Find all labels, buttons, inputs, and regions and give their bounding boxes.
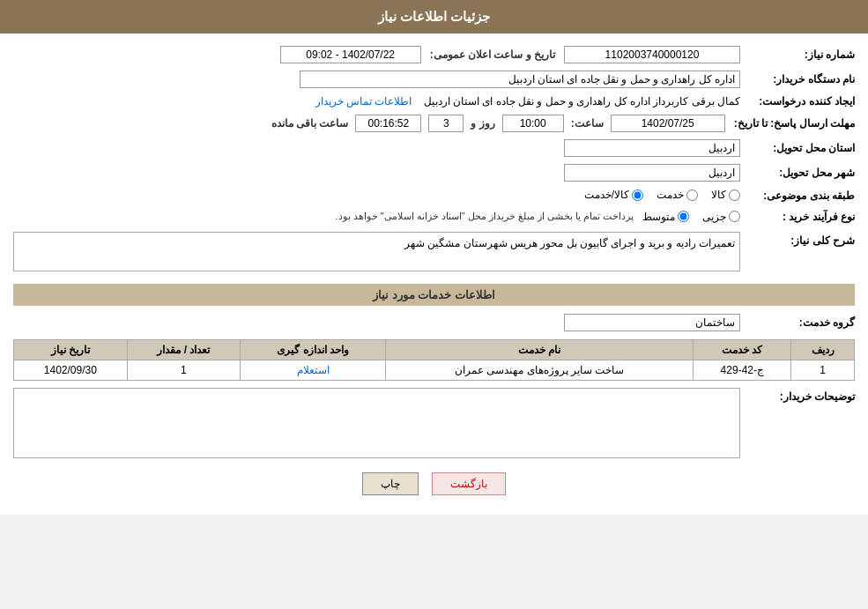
description-label: شرح کلی نیاز: bbox=[740, 232, 855, 247]
purchase-type-radio-group: جزیی متوسط bbox=[642, 211, 740, 223]
radio-kala-label: کالا bbox=[711, 189, 726, 201]
service-group-value-area bbox=[13, 314, 740, 331]
services-section-title: اطلاعات خدمات مورد نیاز bbox=[13, 284, 855, 306]
table-header-row: ردیف کد خدمت نام خدمت واحد اندازه گیری ت… bbox=[14, 339, 855, 360]
purchase-jozei[interactable]: جزیی bbox=[702, 211, 740, 223]
col-row: ردیف bbox=[791, 339, 855, 360]
description-row: شرح کلی نیاز: تعمیرات رادیه و برید و اجر… bbox=[13, 227, 855, 275]
city-label: شهر محل تحویل: bbox=[740, 167, 855, 179]
radio-kala[interactable] bbox=[729, 189, 740, 201]
purchase-type-value-area: جزیی متوسط پرداخت تمام یا بخشی از مبلغ خ… bbox=[13, 211, 740, 223]
creator-row: ایجاد کننده درخواست: کمال برقی کاربرداز … bbox=[13, 92, 855, 111]
col-count: تعداد / مقدار bbox=[127, 339, 241, 360]
category-value-area: کالا خدمت کالا/خدمت bbox=[13, 189, 740, 204]
buyer-org-value-area bbox=[13, 71, 740, 88]
button-row: بازگشت چاپ bbox=[13, 462, 855, 506]
buyer-description-value-area bbox=[13, 388, 740, 458]
print-button[interactable]: چاپ bbox=[362, 472, 419, 495]
remaining-days-label: روز و bbox=[471, 117, 494, 130]
province-input[interactable] bbox=[564, 139, 740, 157]
deadline-time-label: ساعت: bbox=[571, 117, 604, 130]
category-label: طبقه بندی موضوعی: bbox=[740, 189, 855, 202]
back-button[interactable]: بازگشت bbox=[432, 472, 506, 495]
services-table: ردیف کد خدمت نام خدمت واحد اندازه گیری ت… bbox=[13, 339, 855, 381]
radio-jozei-label: جزیی bbox=[702, 211, 726, 223]
cell-name: ساخت سایر پروژه‌های مهندسی عمران bbox=[385, 360, 693, 380]
deadline-date-input[interactable] bbox=[611, 115, 725, 132]
city-row: شهر محل تحویل: bbox=[13, 160, 855, 185]
cell-row: 1 bbox=[791, 360, 855, 380]
cell-date: 1402/09/30 bbox=[14, 360, 128, 380]
page-container: جزئیات اطلاعات نیاز شماره نیاز: تاریخ و … bbox=[0, 0, 868, 515]
service-group-label: گروه خدمت: bbox=[740, 316, 855, 329]
need-number-row: شماره نیاز: تاریخ و ساعت اعلان عمومی: bbox=[13, 42, 855, 67]
announce-date-label: تاریخ و ساعت اعلان عمومی: bbox=[430, 48, 555, 61]
purchase-type-label: نوع فرآیند خرید : bbox=[740, 211, 855, 223]
description-value: تعمیرات رادیه و برید و اجرای گابیون بل م… bbox=[404, 237, 735, 249]
purchase-notice: پرداخت تمام یا بخشی از مبلغ خریداز محل "… bbox=[335, 211, 634, 222]
announce-date-input[interactable] bbox=[280, 46, 421, 63]
radio-motavasset[interactable] bbox=[678, 211, 689, 222]
remaining-time-label: ساعت باقی مانده bbox=[271, 117, 349, 130]
page-title: جزئیات اطلاعات نیاز bbox=[378, 9, 490, 24]
deadline-row: مهلت ارسال پاسخ: تا تاریخ: ساعت: روز و س… bbox=[13, 111, 855, 136]
col-code: کد خدمت bbox=[694, 339, 791, 360]
deadline-time-input[interactable] bbox=[502, 115, 564, 132]
buyer-description-label: توضیحات خریدار: bbox=[740, 388, 855, 403]
col-unit: واحد اندازه گیری bbox=[241, 339, 386, 360]
creator-value: کمال برقی کاربرداز اداره کل راهداری و حم… bbox=[424, 95, 740, 108]
deadline-label: مهلت ارسال پاسخ: تا تاریخ: bbox=[725, 117, 855, 130]
radio-khadamat[interactable] bbox=[686, 189, 698, 201]
need-number-input[interactable] bbox=[564, 46, 740, 63]
buyer-description-row: توضیحات خریدار: bbox=[13, 381, 855, 462]
need-number-label: شماره نیاز: bbox=[740, 48, 855, 61]
description-box: تعمیرات رادیه و برید و اجرای گابیون بل م… bbox=[13, 232, 740, 271]
city-input[interactable] bbox=[564, 164, 740, 182]
category-row: طبقه بندی موضوعی: کالا خدمت کالا/خدمت bbox=[13, 185, 855, 207]
service-group-row: گروه خدمت: bbox=[13, 310, 855, 335]
buyer-org-row: نام دستگاه خریدار: bbox=[13, 67, 855, 92]
city-value-area bbox=[13, 164, 740, 182]
radio-khadamat-label: خدمت bbox=[657, 189, 684, 201]
province-label: استان محل تحویل: bbox=[740, 142, 855, 154]
buyer-org-input[interactable] bbox=[300, 71, 740, 88]
cell-unit: استعلام bbox=[241, 360, 386, 380]
category-kala[interactable]: کالا bbox=[711, 189, 740, 201]
category-radio-group: کالا خدمت کالا/خدمت bbox=[584, 189, 740, 201]
table-row: 1ج-42-429ساخت سایر پروژه‌های مهندسی عمرا… bbox=[14, 360, 855, 380]
services-table-container: ردیف کد خدمت نام خدمت واحد اندازه گیری ت… bbox=[13, 339, 855, 381]
contact-link[interactable]: اطلاعات تماس خریدار bbox=[315, 95, 412, 108]
radio-kala-khadamat[interactable] bbox=[632, 189, 643, 201]
category-khadamat[interactable]: خدمت bbox=[657, 189, 698, 201]
creator-value-area: کمال برقی کاربرداز اداره کل راهداری و حم… bbox=[13, 95, 740, 108]
remaining-time-input[interactable] bbox=[355, 115, 421, 132]
main-content: شماره نیاز: تاریخ و ساعت اعلان عمومی: نا… bbox=[0, 33, 868, 515]
col-name: نام خدمت bbox=[385, 339, 693, 360]
buyer-org-label: نام دستگاه خریدار: bbox=[740, 73, 855, 85]
description-value-area: تعمیرات رادیه و برید و اجرای گابیون بل م… bbox=[13, 232, 740, 271]
radio-kala-khadamat-label: کالا/خدمت bbox=[584, 189, 629, 201]
radio-motavasset-label: متوسط bbox=[642, 211, 675, 223]
remaining-days-input[interactable] bbox=[428, 115, 464, 132]
province-row: استان محل تحویل: bbox=[13, 136, 855, 160]
purchase-type-row: نوع فرآیند خرید : جزیی متوسط پرداخت تمام… bbox=[13, 207, 855, 227]
buyer-description-textarea[interactable] bbox=[19, 393, 735, 450]
radio-jozei[interactable] bbox=[729, 211, 740, 222]
page-header: جزئیات اطلاعات نیاز bbox=[0, 0, 868, 33]
category-kala-khadamat[interactable]: کالا/خدمت bbox=[584, 189, 643, 201]
province-value-area bbox=[13, 139, 740, 157]
purchase-motavasset[interactable]: متوسط bbox=[642, 211, 689, 223]
deadline-value-area: ساعت: روز و ساعت باقی مانده bbox=[13, 115, 725, 132]
service-group-input[interactable] bbox=[564, 314, 740, 331]
cell-count: 1 bbox=[127, 360, 241, 380]
cell-code: ج-42-429 bbox=[694, 360, 791, 380]
col-date: تاریخ نیاز bbox=[14, 339, 128, 360]
creator-label: ایجاد کننده درخواست: bbox=[740, 95, 855, 108]
need-number-value-area: تاریخ و ساعت اعلان عمومی: bbox=[13, 46, 740, 63]
